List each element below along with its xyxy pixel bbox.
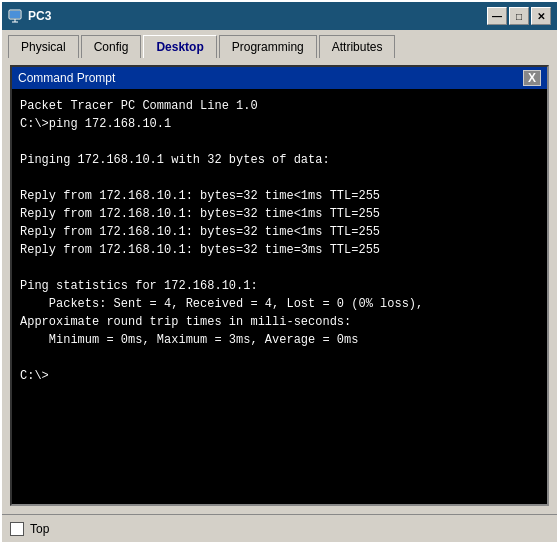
tab-config[interactable]: Config (81, 35, 142, 58)
window-title: PC3 (28, 9, 51, 23)
top-label: Top (30, 522, 49, 536)
terminal-output[interactable]: Packet Tracer PC Command Line 1.0 C:\>pi… (12, 89, 547, 504)
maximize-button[interactable]: □ (509, 7, 529, 25)
svg-rect-3 (10, 11, 20, 18)
tab-desktop[interactable]: Desktop (143, 35, 216, 58)
cmd-close-button[interactable]: X (523, 70, 541, 86)
tab-programming[interactable]: Programming (219, 35, 317, 58)
cmd-title-bar: Command Prompt X (12, 67, 547, 89)
title-bar-controls: — □ ✕ (487, 7, 551, 25)
top-checkbox[interactable] (10, 522, 24, 536)
main-window: PC3 — □ ✕ Physical Config Desktop Progra… (0, 0, 559, 544)
title-bar-left: PC3 (8, 9, 51, 23)
cmd-window: Command Prompt X Packet Tracer PC Comman… (10, 65, 549, 506)
tab-attributes[interactable]: Attributes (319, 35, 396, 58)
title-bar: PC3 — □ ✕ (2, 2, 557, 30)
pc-icon (8, 9, 22, 23)
content-area: Command Prompt X Packet Tracer PC Comman… (2, 57, 557, 514)
tab-physical[interactable]: Physical (8, 35, 79, 58)
minimize-button[interactable]: — (487, 7, 507, 25)
cmd-title-text: Command Prompt (18, 71, 115, 85)
close-button[interactable]: ✕ (531, 7, 551, 25)
bottom-bar: Top (2, 514, 557, 542)
tab-bar: Physical Config Desktop Programming Attr… (2, 30, 557, 57)
